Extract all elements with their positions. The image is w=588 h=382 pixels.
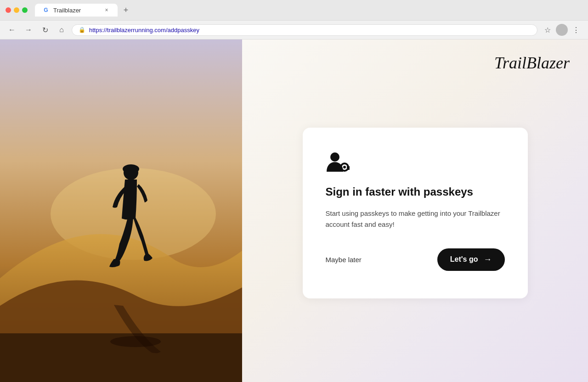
address-bar-row: ← → ↻ ⌂ 🔒 https://trailblazerrunning.com… <box>0 20 588 39</box>
url-text: https://trailblazerrunning.com/addpasske… <box>89 27 531 34</box>
home-button[interactable]: ⌂ <box>55 23 68 36</box>
lets-go-button[interactable]: Let's go → <box>437 248 505 271</box>
tab-title: Trailblazer <box>53 7 99 14</box>
card-description: Start using passkeys to make getting int… <box>326 208 505 230</box>
minimize-window-button[interactable] <box>14 7 19 13</box>
tab-favicon-icon: G <box>42 6 50 14</box>
svg-point-8 <box>343 166 346 169</box>
active-tab[interactable]: G Trailblazer × <box>35 4 118 17</box>
browser-chrome: G Trailblazer × + ← → ↻ ⌂ 🔒 https://trai… <box>0 0 588 39</box>
address-bar[interactable]: 🔒 https://trailblazerrunning.com/addpass… <box>72 24 537 36</box>
profile-avatar[interactable] <box>556 24 568 36</box>
svg-rect-11 <box>348 168 350 170</box>
lock-icon: 🔒 <box>79 27 85 33</box>
close-window-button[interactable] <box>6 7 11 13</box>
bookmark-button[interactable]: ☆ <box>541 23 554 36</box>
traffic-lights <box>6 7 28 13</box>
back-button[interactable]: ← <box>6 23 18 36</box>
hero-panel <box>0 39 242 382</box>
brand-name: TrailBlazer <box>494 54 570 72</box>
new-tab-button[interactable]: + <box>119 4 132 17</box>
maybe-later-button[interactable]: Maybe later <box>326 252 362 267</box>
card-title: Sign in faster with passkeys <box>326 185 505 199</box>
toolbar-right: ☆ ⋮ <box>541 23 582 36</box>
lets-go-label: Let's go <box>450 255 478 264</box>
svg-rect-9 <box>347 166 350 168</box>
brand-logo: TrailBlazer <box>494 53 570 73</box>
maximize-window-button[interactable] <box>22 7 28 13</box>
passkey-card: Sign in faster with passkeys Start using… <box>303 128 528 298</box>
card-actions: Maybe later Let's go → <box>326 248 505 271</box>
tab-bar: G Trailblazer × + <box>31 4 136 17</box>
forward-button[interactable]: → <box>22 23 35 36</box>
tab-close-button[interactable]: × <box>103 6 110 14</box>
svg-point-6 <box>330 152 339 162</box>
arrow-right-icon: → <box>484 255 492 264</box>
page-content: TrailBlazer Sign <box>0 39 588 382</box>
browser-titlebar: G Trailblazer × + <box>0 0 588 20</box>
menu-button[interactable]: ⋮ <box>570 23 582 36</box>
right-panel: TrailBlazer Sign <box>242 39 588 382</box>
hero-image <box>0 39 242 382</box>
passkey-icon <box>326 151 505 174</box>
person-key-icon <box>326 151 350 174</box>
refresh-button[interactable]: ↻ <box>39 23 51 36</box>
runner-scene <box>0 39 242 382</box>
svg-point-4 <box>123 164 139 174</box>
